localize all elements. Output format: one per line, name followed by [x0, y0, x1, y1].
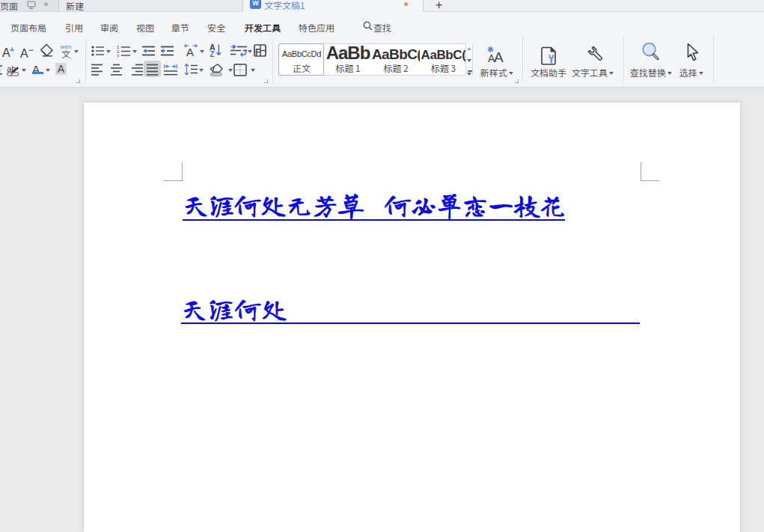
svg-text:3: 3 — [117, 54, 120, 58]
svg-text:F: F — [255, 47, 260, 58]
svg-text:A: A — [494, 49, 504, 65]
svg-text:Z: Z — [210, 49, 215, 58]
svg-text:A: A — [186, 46, 194, 57]
